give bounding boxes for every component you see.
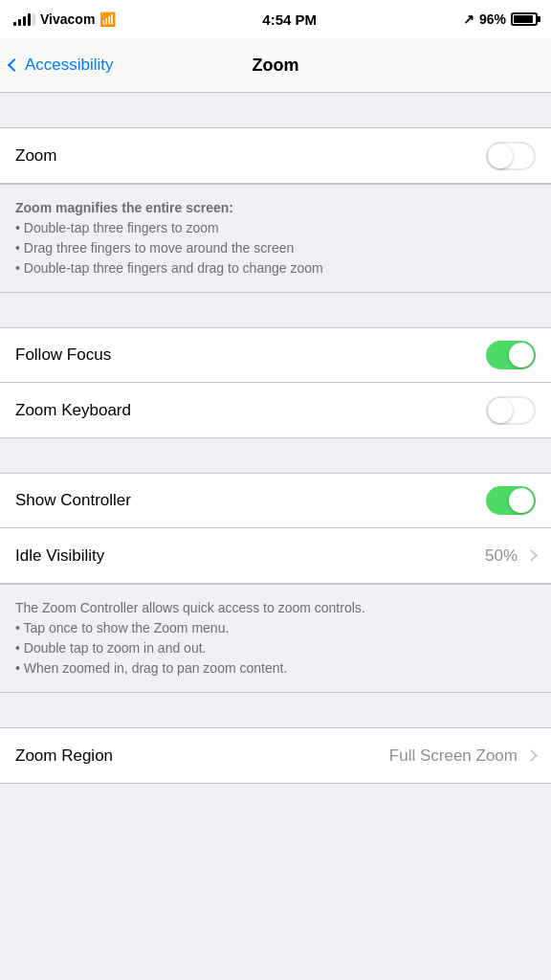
zoom-region-chevron-icon (525, 749, 538, 762)
zoom-region-row[interactable]: Zoom Region Full Screen Zoom (0, 728, 551, 783)
show-controller-row: Show Controller (0, 474, 551, 528)
zoom-keyboard-row: Zoom Keyboard (0, 383, 551, 437)
back-label: Accessibility (25, 56, 114, 75)
spacer-top (0, 93, 551, 127)
wifi-icon: 📶 (99, 11, 116, 27)
zoom-region-value: Full Screen Zoom (389, 746, 518, 766)
idle-visibility-label: Idle Visibility (15, 546, 104, 566)
spacer-mid2 (0, 438, 551, 473)
nav-bar: Accessibility Zoom (0, 38, 551, 93)
battery-fill (514, 15, 533, 23)
page-title: Zoom (253, 56, 299, 76)
zoom-options-group: Follow Focus Zoom Keyboard (0, 327, 551, 438)
spacer-mid3 (0, 693, 551, 727)
battery-icon (511, 12, 538, 26)
spacer-mid1 (0, 293, 551, 327)
zoom-row: Zoom (0, 128, 551, 183)
idle-visibility-value-container: 50% (485, 546, 536, 566)
zoom-keyboard-thumb (488, 398, 513, 423)
chevron-right-icon (525, 549, 538, 562)
zoom-toggle[interactable] (486, 142, 536, 170)
zoom-toggle-thumb (488, 144, 513, 168)
settings-content: Zoom Zoom magnifies the entire screen: •… (0, 93, 551, 803)
follow-focus-thumb (509, 343, 534, 368)
status-right: ↗ 96% (463, 11, 538, 27)
follow-focus-toggle[interactable] (486, 341, 536, 369)
zoom-region-label: Zoom Region (15, 746, 113, 766)
status-left: Vivacom 📶 (13, 11, 116, 27)
zoom-label: Zoom (15, 146, 56, 166)
status-time: 4:54 PM (262, 11, 317, 28)
follow-focus-label: Follow Focus (15, 345, 111, 365)
signal-icon (13, 12, 35, 26)
status-bar: Vivacom 📶 4:54 PM ↗ 96% (0, 0, 551, 38)
zoom-group: Zoom (0, 127, 551, 184)
zoom-region-value-container: Full Screen Zoom (389, 746, 536, 766)
controller-group: Show Controller Idle Visibility 50% (0, 473, 551, 584)
zoom-keyboard-toggle[interactable] (486, 396, 536, 425)
idle-visibility-value: 50% (485, 546, 518, 566)
zoom-region-group: Zoom Region Full Screen Zoom (0, 727, 551, 784)
show-controller-label: Show Controller (15, 491, 131, 510)
back-button[interactable]: Accessibility (10, 56, 114, 75)
carrier-label: Vivacom (40, 11, 95, 27)
location-icon: ↗ (463, 11, 474, 27)
idle-visibility-row[interactable]: Idle Visibility 50% (0, 528, 551, 583)
controller-description: The Zoom Controller allows quick access … (0, 584, 551, 693)
chevron-left-icon (8, 58, 21, 72)
controller-description-text: The Zoom Controller allows quick access … (15, 598, 536, 679)
show-controller-toggle[interactable] (486, 486, 536, 515)
follow-focus-row: Follow Focus (0, 328, 551, 383)
zoom-description: Zoom magnifies the entire screen: • Doub… (0, 184, 551, 293)
zoom-keyboard-label: Zoom Keyboard (15, 401, 131, 420)
zoom-description-text: Zoom magnifies the entire screen: • Doub… (15, 198, 536, 278)
battery-percent: 96% (479, 11, 506, 27)
show-controller-thumb (509, 488, 534, 513)
